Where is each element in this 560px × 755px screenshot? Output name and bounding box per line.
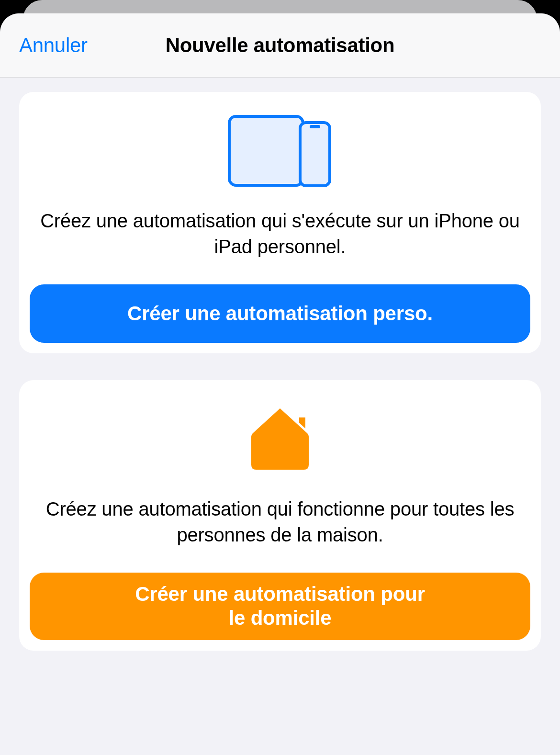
cancel-button[interactable]: Annuler: [19, 34, 88, 57]
navigation-bar: Annuler Nouvelle automatisation: [0, 13, 560, 78]
home-automation-card: Créez une automatisation qui fonctionne …: [19, 380, 541, 651]
modal-sheet: Annuler Nouvelle automatisation Créez un…: [0, 13, 560, 755]
home-description: Créez une automatisation qui fonctionne …: [30, 496, 530, 548]
personal-automation-card: Créez une automatisation qui s'exécute s…: [19, 92, 541, 353]
create-personal-automation-button[interactable]: Créer une automatisation perso.: [30, 284, 530, 343]
home-icon: [30, 403, 530, 475]
svg-rect-2: [310, 125, 320, 128]
personal-description: Créez une automatisation qui s'exécute s…: [30, 208, 530, 259]
content-area: Créez une automatisation qui s'exécute s…: [0, 78, 560, 651]
create-home-automation-button[interactable]: Créer une automatisation pour le domicil…: [30, 573, 530, 640]
modal-sheet-stack: Annuler Nouvelle automatisation Créez un…: [0, 0, 560, 755]
svg-rect-0: [229, 116, 303, 185]
devices-icon: [30, 115, 530, 187]
svg-rect-1: [300, 123, 330, 186]
